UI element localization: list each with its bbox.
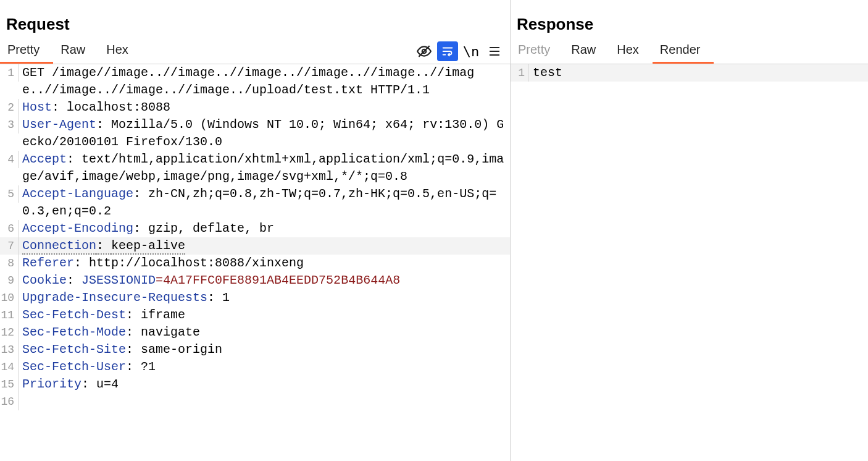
request-pane: Request PrettyRawHex \n 1GET /image//i [0, 0, 511, 461]
line-number: 3 [0, 116, 19, 133]
code-line[interactable]: 1GET /image//image..//image..//image..//… [0, 64, 510, 99]
code-line[interactable]: 12Sec-Fetch-Mode: navigate [0, 324, 510, 341]
tab-render[interactable]: Render [653, 39, 714, 64]
wrap-icon[interactable] [437, 41, 458, 61]
line-number: 13 [0, 341, 19, 358]
code-content[interactable]: Accept-Language: zh-CN,zh;q=0.8,zh-TW;q=… [19, 185, 510, 220]
line-number: 1 [0, 64, 19, 82]
code-line[interactable]: 3User-Agent: Mozilla/5.0 (Windows NT 10.… [0, 116, 510, 151]
menu-icon[interactable] [484, 41, 505, 61]
line-number: 4 [0, 151, 19, 168]
line-number: 16 [0, 393, 19, 410]
code-line[interactable]: 10Upgrade-Insecure-Requests: 1 [0, 289, 510, 307]
code-content[interactable]: test [529, 64, 868, 82]
code-line[interactable]: 15Priority: u=4 [0, 376, 510, 393]
line-number: 5 [0, 185, 19, 203]
code-line[interactable]: 2Host: localhost:8088 [0, 99, 510, 116]
newline-icon[interactable]: \n [461, 41, 482, 61]
line-number: 8 [0, 255, 19, 272]
code-line[interactable]: 16 [0, 393, 510, 410]
response-tabbar: PrettyRawHexRender [511, 39, 868, 64]
response-title: Response [511, 0, 868, 39]
response-viewer[interactable]: 1test [511, 64, 868, 461]
code-content[interactable]: Upgrade-Insecure-Requests: 1 [19, 289, 510, 307]
code-line[interactable]: 8Referer: http://localhost:8088/xinxeng [0, 255, 510, 272]
tab-hex[interactable]: Hex [609, 39, 653, 64]
line-number: 11 [0, 307, 19, 324]
tab-raw[interactable]: Raw [53, 39, 99, 64]
code-content[interactable]: Cookie: JSESSIONID=4A17FFC0FE8891AB4EEDD… [19, 272, 510, 289]
line-number: 2 [0, 99, 19, 116]
line-number: 14 [0, 358, 19, 376]
line-number: 7 [0, 237, 19, 255]
line-number: 12 [0, 324, 19, 341]
code-content[interactable]: Referer: http://localhost:8088/xinxeng [19, 255, 510, 272]
tab-pretty[interactable]: Pretty [0, 39, 53, 64]
tab-pretty[interactable]: Pretty [511, 39, 564, 64]
code-line[interactable]: 1test [511, 64, 868, 82]
code-line[interactable]: 13Sec-Fetch-Site: same-origin [0, 341, 510, 358]
request-title: Request [0, 0, 510, 39]
code-content[interactable]: Sec-Fetch-User: ?1 [19, 358, 510, 376]
visibility-off-icon[interactable] [414, 41, 435, 61]
line-number: 9 [0, 272, 19, 289]
code-content[interactable]: Sec-Fetch-Dest: iframe [19, 307, 510, 324]
code-content[interactable]: Sec-Fetch-Mode: navigate [19, 324, 510, 341]
tab-hex[interactable]: Hex [99, 39, 142, 64]
code-line[interactable]: 9Cookie: JSESSIONID=4A17FFC0FE8891AB4EED… [0, 272, 510, 289]
request-tabbar: PrettyRawHex \n [0, 39, 510, 64]
code-content[interactable]: GET /image//image..//image..//image..//i… [19, 64, 510, 99]
line-number: 10 [0, 289, 19, 307]
line-number: 15 [0, 376, 19, 393]
tab-raw[interactable]: Raw [564, 39, 609, 64]
code-content[interactable]: Connection: keep-alive [19, 237, 510, 255]
response-pane: Response PrettyRawHexRender 1test [511, 0, 868, 461]
code-line[interactable]: 6Accept-Encoding: gzip, deflate, br [0, 220, 510, 237]
line-number: 1 [511, 64, 529, 82]
code-line[interactable]: 4Accept: text/html,application/xhtml+xml… [0, 151, 510, 185]
code-content[interactable]: Sec-Fetch-Site: same-origin [19, 341, 510, 358]
code-content[interactable]: User-Agent: Mozilla/5.0 (Windows NT 10.0… [19, 116, 510, 151]
code-line[interactable]: 5Accept-Language: zh-CN,zh;q=0.8,zh-TW;q… [0, 185, 510, 220]
code-line[interactable]: 14Sec-Fetch-User: ?1 [0, 358, 510, 376]
code-content[interactable]: Priority: u=4 [19, 376, 510, 393]
code-content[interactable]: Accept-Encoding: gzip, deflate, br [19, 220, 510, 237]
code-line[interactable]: 7Connection: keep-alive [0, 237, 510, 255]
code-line[interactable]: 11Sec-Fetch-Dest: iframe [0, 307, 510, 324]
code-content[interactable]: Host: localhost:8088 [19, 99, 510, 116]
line-number: 6 [0, 220, 19, 237]
request-editor[interactable]: 1GET /image//image..//image..//image..//… [0, 64, 510, 461]
code-content[interactable]: Accept: text/html,application/xhtml+xml,… [19, 151, 510, 185]
